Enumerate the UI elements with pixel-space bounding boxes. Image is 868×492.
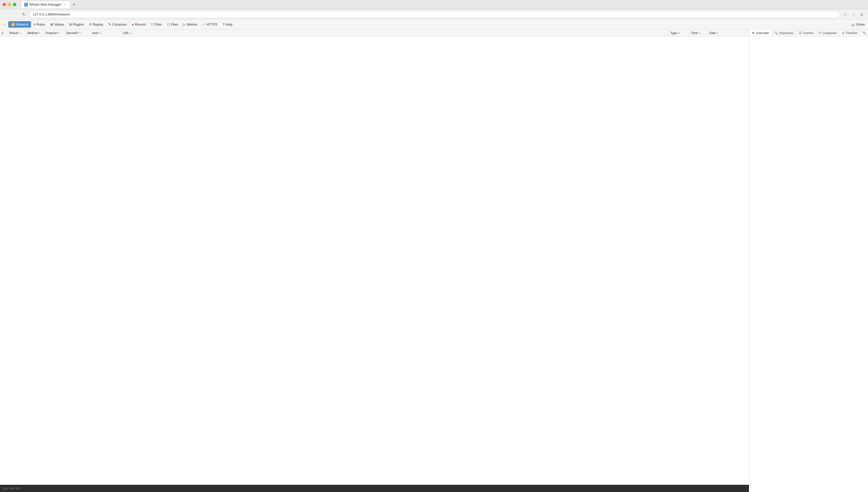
- app-nav: ‹ 📶 Network ≡ Rules ⊞ Values ⧉ Plugins ↺…: [0, 20, 868, 29]
- window-maximize-button[interactable]: [13, 3, 16, 6]
- timeline-tab-label: Timeline: [845, 31, 857, 35]
- nav-items: 📶 Network ≡ Rules ⊞ Values ⧉ Plugins ↺ R…: [8, 21, 235, 28]
- col-result-label: Result: [9, 31, 18, 35]
- col-time-sort-icon: ⇅: [698, 32, 700, 34]
- right-tab-frames[interactable]: ☰ Frames: [796, 29, 816, 36]
- nav-item-rules[interactable]: ≡ Rules: [31, 21, 48, 28]
- nav-right: 📊 Online: [849, 22, 867, 27]
- values-icon: ⊞: [50, 23, 53, 26]
- col-header-result[interactable]: Result ⇅: [8, 29, 26, 36]
- col-header-serverip[interactable]: ServerIP ⇅: [65, 29, 91, 36]
- overview-tab-label: Overview: [756, 31, 769, 35]
- bookmark-icon-button[interactable]: ☆: [842, 11, 849, 18]
- filter-icon: ▽: [151, 23, 153, 26]
- col-result-sort-icon: ⇅: [19, 32, 21, 34]
- tab-bar: W Whistle Web Debugger × +: [18, 1, 865, 8]
- nav-label-weinre: Weinre: [187, 23, 197, 26]
- timeline-tab-icon: ↺: [842, 31, 844, 35]
- network-panel: # Result ⇅ Method ⇅ Protocol ⇅: [0, 29, 749, 492]
- nav-item-compose[interactable]: ✎ Compose: [106, 21, 129, 28]
- title-bar: W Whistle Web Debugger × +: [0, 0, 868, 9]
- address-icons: ☆ ⋮ ⊙: [842, 11, 865, 18]
- col-num-label: #: [2, 31, 3, 35]
- table-header: # Result ⇅ Method ⇅ Protocol ⇅: [0, 29, 749, 37]
- composer-tab-label: Composer: [822, 31, 837, 35]
- extensions-icon-button[interactable]: ⋮: [850, 11, 857, 18]
- compose-icon: ✎: [108, 23, 111, 26]
- record-icon: ●: [132, 23, 134, 26]
- nav-item-network[interactable]: 📶 Network: [8, 21, 31, 28]
- col-header-method[interactable]: Method ⇅: [26, 29, 44, 36]
- col-header-type[interactable]: Type ⇅: [669, 29, 689, 36]
- svg-text:W: W: [25, 4, 27, 6]
- col-serverip-label: ServerIP: [66, 31, 78, 35]
- nav-item-help[interactable]: ? Help: [220, 21, 235, 28]
- col-date-label: Date: [709, 31, 716, 35]
- address-input[interactable]: [29, 11, 840, 18]
- window-controls: [3, 3, 16, 6]
- app-back-button[interactable]: ‹: [1, 21, 8, 28]
- col-type-sort-icon: ⇅: [678, 32, 680, 34]
- replay-icon: ↺: [89, 23, 92, 26]
- right-tab-tools[interactable]: 🔧 Tools: [860, 29, 868, 36]
- col-header-date[interactable]: Date ⇅: [708, 29, 749, 36]
- window-minimize-button[interactable]: [8, 3, 11, 6]
- nav-label-record: Record: [135, 23, 146, 26]
- nav-item-https[interactable]: ✓ HTTPS: [200, 21, 220, 28]
- app-nav-left: ‹: [1, 21, 8, 28]
- online-badge: 📊 Online: [849, 22, 867, 27]
- nav-item-plugins[interactable]: ⧉ Plugins: [67, 21, 86, 28]
- frames-tab-icon: ☰: [799, 31, 801, 35]
- frames-tab-label: Frames: [802, 31, 813, 35]
- right-tab-timeline[interactable]: ↺ Timeline: [839, 29, 860, 36]
- right-tab-inspectors[interactable]: 🔍 Inspectors: [772, 29, 796, 36]
- main-content: # Result ⇅ Method ⇅ Protocol ⇅: [0, 29, 868, 492]
- nav-forward-button[interactable]: →: [11, 11, 19, 18]
- nav-label-replay: Replay: [93, 23, 103, 26]
- col-url-sort-icon: ⇅: [130, 32, 132, 34]
- right-panel: 👁 Overview 🔍 Inspectors ☰ Frames ✎ Compo…: [749, 29, 868, 492]
- col-header-protocol[interactable]: Protocol ⇅: [44, 29, 65, 36]
- col-time-label: Time: [691, 31, 698, 35]
- account-icon-button[interactable]: ⊙: [858, 11, 865, 18]
- col-header-host[interactable]: Host ⇅: [91, 29, 121, 36]
- nav-refresh-button[interactable]: ↻: [20, 11, 27, 18]
- right-tab-overview[interactable]: 👁 Overview: [749, 29, 772, 36]
- nav-item-replay[interactable]: ↺ Replay: [86, 21, 106, 28]
- nav-item-files[interactable]: ⬡ Files: [164, 21, 181, 28]
- nav-label-rules: Rules: [36, 23, 45, 26]
- nav-item-weinre[interactable]: ▷ Weinre: [181, 21, 200, 28]
- nav-label-files: Files: [171, 23, 178, 26]
- inspectors-tab-label: Inspectors: [779, 31, 793, 35]
- col-serverip-sort-icon: ⇅: [79, 32, 81, 34]
- nav-label-values: Values: [54, 23, 64, 26]
- browser-tab-whistle[interactable]: W Whistle Web Debugger ×: [21, 1, 70, 8]
- col-header-time[interactable]: Time ⇅: [689, 29, 708, 36]
- col-host-sort-icon: ⇅: [99, 32, 101, 34]
- col-type-label: Type: [670, 31, 677, 35]
- nav-item-filter[interactable]: ▽ Filter: [148, 21, 164, 28]
- files-icon: ⬡: [167, 23, 170, 26]
- table-body: [0, 37, 749, 485]
- nav-label-https: HTTPS: [206, 23, 218, 26]
- tab-title: Whistle Web Debugger: [29, 3, 61, 6]
- col-header-num[interactable]: #: [0, 29, 8, 36]
- nav-item-record[interactable]: ● Record: [129, 21, 148, 28]
- nav-back-button[interactable]: ←: [3, 11, 10, 18]
- right-tab-composer[interactable]: ✎ Composer: [816, 29, 839, 36]
- online-chart-icon: 📊: [851, 23, 855, 26]
- right-panel-body: [749, 37, 868, 492]
- new-tab-button[interactable]: +: [70, 1, 77, 8]
- nav-label-help: Help: [226, 23, 232, 26]
- plugins-icon: ⧉: [69, 23, 72, 27]
- nav-item-values[interactable]: ⊞ Values: [48, 21, 67, 28]
- network-icon: 📶: [11, 23, 15, 26]
- col-host-label: Host: [92, 31, 98, 35]
- col-protocol-label: Protocol: [46, 31, 57, 35]
- col-header-url[interactable]: URL ⇅: [121, 29, 669, 36]
- filter-input[interactable]: [3, 487, 746, 490]
- window-close-button[interactable]: [3, 3, 6, 6]
- tab-close-button[interactable]: ×: [63, 3, 67, 7]
- address-bar: ← → ↻ ☆ ⋮ ⊙: [0, 9, 868, 20]
- help-icon: ?: [223, 23, 225, 26]
